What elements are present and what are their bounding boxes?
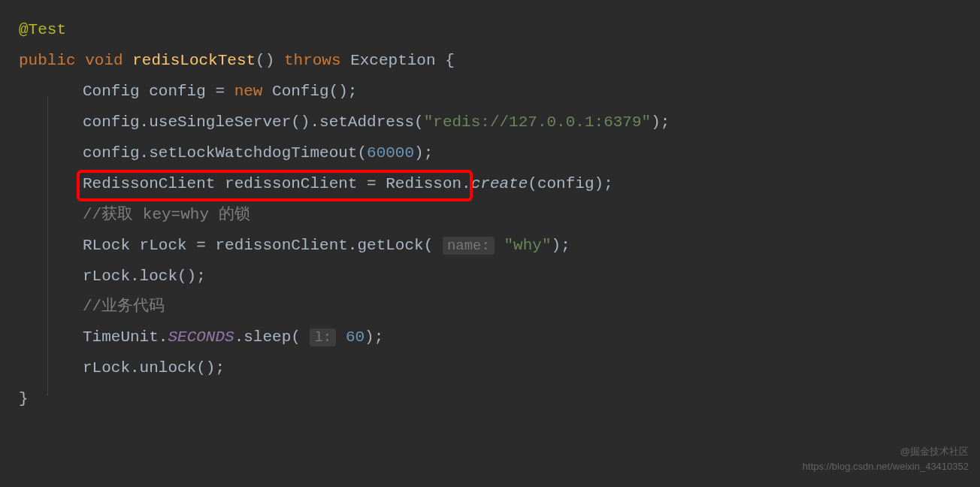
keyword-new: new xyxy=(234,83,263,100)
annotation-test: @Test xyxy=(19,21,66,38)
sleep-call: .sleep( xyxy=(234,328,310,346)
comment-getlock: //获取 key=why 的锁 xyxy=(83,206,250,223)
code-line-9: rLock.lock(); xyxy=(19,262,961,292)
comment-business: //业务代码 xyxy=(83,298,165,315)
code-line-2: public void redisLockTest() throws Excep… xyxy=(19,46,961,77)
set-address: config.useSingleServer().setAddress( xyxy=(83,113,424,131)
config-suffix: Config(); xyxy=(262,83,357,100)
code-line-7: //获取 key=why 的锁 xyxy=(19,200,961,231)
code-editor: @Test public void redisLockTest() throws… xyxy=(19,15,961,415)
code-line-6: RedissonClient redissonClient = Redisson… xyxy=(19,169,961,200)
code-line-13: } xyxy=(19,384,961,415)
code-line-5: config.setLockWatchdogTimeout(60000); xyxy=(19,138,961,169)
unlock-call: rLock.unlock(); xyxy=(83,359,225,377)
lock-call: rLock.lock(); xyxy=(83,268,206,285)
redis-url: "redis://127.0.0.1:6379" xyxy=(424,113,651,131)
code-line-1: @Test xyxy=(19,15,961,46)
method-name: redisLockTest xyxy=(132,52,256,69)
code-line-11: TimeUnit.SECONDS.sleep( l: 60); xyxy=(19,322,961,353)
code-line-12: rLock.unlock(); xyxy=(19,353,961,384)
exception: Exception { xyxy=(350,52,455,69)
line4-end: ); xyxy=(651,113,670,131)
rlock-decl: RLock rLock = redissonClient.getLock( xyxy=(83,237,443,254)
sleep-duration: 60 xyxy=(346,328,364,346)
watchdog-call: config.setLockWatchdogTimeout( xyxy=(83,144,367,162)
lock-key: "why" xyxy=(504,237,552,254)
line8-end: ); xyxy=(552,237,570,254)
timeout-value: 60000 xyxy=(367,144,414,162)
code-line-4: config.useSingleServer().setAddress("red… xyxy=(19,107,961,138)
line11-end: ); xyxy=(364,328,383,346)
keyword-void: void xyxy=(85,52,122,69)
param-hint-l: l: xyxy=(310,328,336,346)
code-line-3: Config config = new Config(); xyxy=(19,77,961,107)
watermark-csdn: https://blog.csdn.net/weixin_43410352 xyxy=(803,457,969,476)
redisson-client: RedissonClient redissonClient = Redisson… xyxy=(83,175,471,192)
keyword-throws: throws xyxy=(284,52,341,69)
close-brace: } xyxy=(19,390,29,407)
timeunit: TimeUnit. xyxy=(83,328,168,346)
keyword-public: public xyxy=(19,52,76,69)
param-hint-name: name: xyxy=(443,237,495,255)
code-line-8: RLock rLock = redissonClient.getLock( na… xyxy=(19,231,961,262)
config-decl: Config config = xyxy=(83,83,234,100)
line6-end: (config); xyxy=(528,175,612,192)
parens: () xyxy=(256,52,274,69)
line5-end: ); xyxy=(414,144,433,162)
code-line-10: //业务代码 xyxy=(19,292,961,322)
space xyxy=(495,237,504,254)
space2 xyxy=(336,328,346,346)
seconds-const: SECONDS xyxy=(168,328,234,346)
create-method: create xyxy=(471,175,528,192)
